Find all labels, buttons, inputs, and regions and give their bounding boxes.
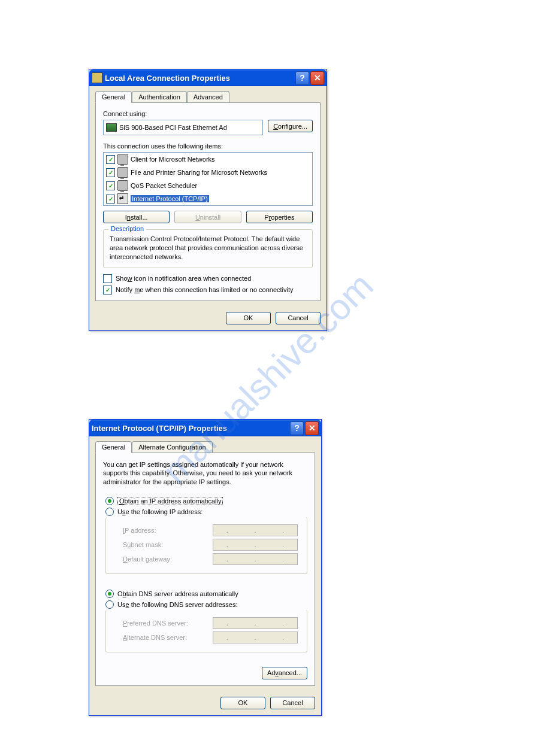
- tab-authentication[interactable]: Authentication: [132, 91, 187, 102]
- show-icon-checkbox[interactable]: [103, 274, 112, 283]
- radio-icon[interactable]: [105, 590, 114, 598]
- dialog-title: Internet Protocol (TCP/IP) Properties: [92, 424, 289, 433]
- help-button[interactable]: ?: [295, 71, 309, 85]
- tab-general[interactable]: General: [95, 441, 132, 453]
- list-item[interactable]: File and Printer Sharing for Microsoft N…: [104, 166, 312, 179]
- help-button[interactable]: ?: [290, 421, 304, 435]
- ok-button[interactable]: OK: [226, 312, 271, 324]
- radio-icon[interactable]: [105, 508, 114, 516]
- item-label: QoS Packet Scheduler: [131, 182, 197, 189]
- radio-label: Use the following DNS server addresses:: [117, 601, 238, 608]
- tab-panel-general: Connect using: SiS 900-Based PCI Fast Et…: [95, 102, 321, 301]
- checkbox-icon[interactable]: [106, 195, 115, 204]
- subnet-input: ...: [213, 539, 298, 551]
- list-item[interactable]: Client for Microsoft Networks: [104, 153, 312, 166]
- radio-label: Use the following IP address:: [117, 508, 202, 515]
- cancel-button[interactable]: Cancel: [276, 312, 321, 324]
- titlebar[interactable]: Internet Protocol (TCP/IP) Properties ? …: [89, 420, 321, 436]
- subnet-label: Subnet mask:: [123, 541, 207, 548]
- tab-advanced[interactable]: Advanced: [187, 91, 229, 102]
- ip-address-input: ...: [213, 524, 298, 536]
- description-text: Transmission Control Protocol/Internet P…: [110, 235, 306, 262]
- notify-label: Notify me when this connection has limit…: [116, 286, 294, 293]
- checkbox-icon[interactable]: [106, 181, 115, 190]
- notify-row[interactable]: Notify me when this connection has limit…: [103, 286, 313, 294]
- dialog-title: Local Area Connection Properties: [105, 74, 294, 83]
- cancel-button[interactable]: Cancel: [270, 697, 315, 709]
- adapter-field[interactable]: SiS 900-Based PCI Fast Ethernet Ad: [103, 120, 263, 135]
- uninstall-button: Uninstall: [174, 211, 241, 223]
- radio-label: Obtain DNS server address automatically: [117, 590, 238, 597]
- ok-button[interactable]: OK: [220, 697, 265, 709]
- gateway-label: Default gateway:: [123, 555, 207, 563]
- item-label: Client for Microsoft Networks: [131, 156, 215, 163]
- adapter-name: SiS 900-Based PCI Fast Ethernet Ad: [119, 124, 227, 131]
- components-listbox[interactable]: Client for Microsoft Networks File and P…: [103, 152, 313, 206]
- properties-button[interactable]: Properties: [246, 211, 313, 223]
- list-item[interactable]: QoS Packet Scheduler: [104, 179, 312, 192]
- tcpip-properties-dialog: Internet Protocol (TCP/IP) Properties ? …: [89, 419, 322, 716]
- connection-icon: [92, 72, 102, 83]
- subnet-row: Subnet mask: ...: [123, 539, 301, 551]
- protocol-icon: [117, 193, 128, 204]
- show-icon-label: Show icon in notification area when conn…: [116, 275, 251, 282]
- show-icon-row[interactable]: Show icon in notification area when conn…: [103, 274, 313, 283]
- install-button[interactable]: Install...: [103, 211, 170, 223]
- close-button[interactable]: ✕: [310, 71, 324, 85]
- radio-label: Obtain an IP address automatically: [117, 497, 223, 505]
- service-icon: [117, 167, 128, 178]
- radio-auto-ip[interactable]: Obtain an IP address automatically: [105, 497, 307, 505]
- description-group: Description Transmission Control Protoco…: [103, 229, 313, 268]
- tab-general[interactable]: General: [95, 91, 132, 103]
- gateway-row: Default gateway: ...: [123, 553, 301, 565]
- items-label: This connection uses the following items…: [103, 142, 313, 150]
- lan-properties-dialog: Local Area Connection Properties ? ✕ Gen…: [89, 69, 327, 331]
- pref-dns-label: Preferred DNS server:: [123, 620, 207, 627]
- tab-strip: General Authentication Advanced: [95, 91, 321, 102]
- radio-icon[interactable]: [105, 497, 114, 505]
- checkbox-icon[interactable]: [106, 168, 115, 177]
- pref-dns-row: Preferred DNS server: ...: [123, 617, 301, 629]
- description-legend: Description: [108, 225, 146, 232]
- alt-dns-label: Alternate DNS server:: [123, 634, 207, 641]
- connect-using-label: Connect using:: [103, 110, 313, 117]
- checkbox-icon[interactable]: [106, 155, 115, 164]
- configure-button[interactable]: Configure...: [268, 120, 313, 132]
- titlebar[interactable]: Local Area Connection Properties ? ✕: [89, 69, 327, 86]
- alt-dns-row: Alternate DNS server: ...: [123, 631, 301, 643]
- radio-manual-dns[interactable]: Use the following DNS server addresses:: [105, 600, 307, 609]
- client-icon: [117, 154, 128, 165]
- gateway-input: ...: [213, 553, 298, 565]
- ip-address-row: IP address: ...: [123, 524, 301, 536]
- alt-dns-input: ...: [213, 631, 298, 643]
- item-label: Internet Protocol (TCP/IP): [131, 195, 209, 202]
- close-button[interactable]: ✕: [305, 421, 319, 435]
- nic-icon: [106, 123, 117, 132]
- intro-text: You can get IP settings assigned automat…: [103, 460, 307, 486]
- notify-checkbox[interactable]: [103, 286, 112, 294]
- advanced-button[interactable]: Advanced...: [262, 667, 307, 679]
- service-icon: [117, 180, 128, 191]
- pref-dns-input: ...: [213, 617, 298, 629]
- radio-manual-ip[interactable]: Use the following IP address:: [105, 508, 307, 516]
- tab-alternate[interactable]: Alternate Configuration: [132, 441, 213, 453]
- tab-panel-general: You can get IP settings assigned automat…: [95, 453, 315, 686]
- tab-strip: General Alternate Configuration: [95, 441, 315, 453]
- radio-auto-dns[interactable]: Obtain DNS server address automatically: [105, 590, 307, 598]
- item-label: File and Printer Sharing for Microsoft N…: [131, 169, 267, 176]
- list-item[interactable]: Internet Protocol (TCP/IP): [104, 192, 312, 205]
- ip-label: IP address:: [123, 527, 207, 534]
- radio-icon[interactable]: [105, 600, 114, 609]
